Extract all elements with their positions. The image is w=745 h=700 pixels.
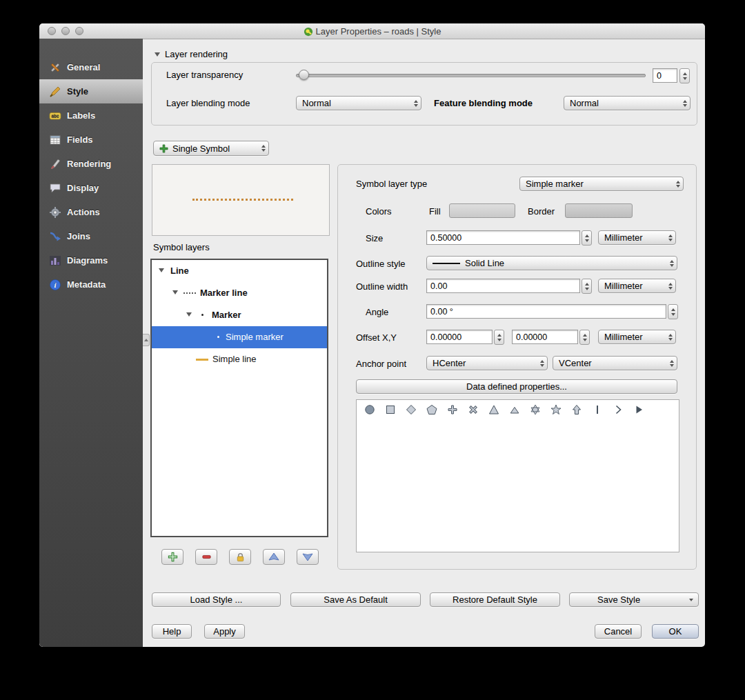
sidebar-label: Style: [67, 86, 88, 97]
size-stepper[interactable]: [582, 230, 592, 246]
outline-width-unit-dropdown[interactable]: Millimeter: [598, 279, 676, 293]
tree-row-selected[interactable]: Simple marker: [152, 326, 327, 348]
shape-triangle[interactable]: [488, 403, 499, 415]
layer-blending-dropdown[interactable]: Normal: [296, 96, 421, 110]
tree-item-simple-marker[interactable]: Simple marker: [226, 332, 284, 342]
offset-x-input[interactable]: 0.00000: [426, 330, 493, 344]
lock-color-button[interactable]: [229, 549, 251, 565]
qgis-icon: [304, 27, 313, 37]
fill-color-swatch[interactable]: [449, 203, 515, 218]
restore-default-label: Restore Default Style: [453, 594, 537, 605]
shape-pentagon[interactable]: [426, 403, 437, 415]
tree-disclosure-icon[interactable]: [172, 290, 178, 294]
stepper-down-icon: [583, 339, 587, 341]
offset-y-input[interactable]: 0.00000: [512, 330, 578, 344]
marker-line-preview: [192, 199, 293, 201]
transparency-value-input[interactable]: 0: [653, 68, 677, 83]
symbol-type-dropdown[interactable]: Single Symbol: [153, 141, 269, 156]
sidebar-item-style[interactable]: Style: [39, 79, 143, 103]
transparency-slider[interactable]: [296, 70, 646, 80]
shape-diamond[interactable]: [405, 403, 417, 415]
tree-item-line[interactable]: Line: [170, 266, 189, 276]
size-value: 0.50000: [430, 233, 461, 243]
sidebar-item-display[interactable]: Display: [39, 176, 143, 200]
add-symbol-layer-button[interactable]: [161, 549, 183, 565]
slider-thumb[interactable]: [299, 70, 309, 80]
dropdown-arrows-icon: [668, 283, 673, 290]
sidebar-item-fields[interactable]: Fields: [39, 128, 143, 152]
shape-star[interactable]: [529, 403, 541, 415]
shape-chevron-right[interactable]: [612, 403, 624, 415]
offset-y-stepper[interactable]: [579, 330, 590, 345]
tree-row[interactable]: Marker: [152, 304, 327, 326]
transparency-stepper[interactable]: [679, 68, 690, 83]
symbol-layer-type-dropdown[interactable]: Simple marker: [519, 177, 684, 191]
outline-width-stepper[interactable]: [582, 279, 592, 294]
anchor-h-dropdown[interactable]: HCenter: [426, 356, 548, 370]
tree-disclosure-icon[interactable]: [159, 268, 164, 272]
symbol-layers-tree: Line Marker line Marker Simple marker Si…: [150, 259, 328, 537]
sidebar-item-labels[interactable]: abc Labels: [39, 103, 143, 128]
sidebar-item-actions[interactable]: Actions: [39, 200, 143, 224]
size-input[interactable]: 0.50000: [426, 230, 580, 245]
feature-blending-label: Feature blending mode: [434, 98, 533, 108]
move-up-button[interactable]: [263, 549, 285, 565]
feature-blending-dropdown[interactable]: Normal: [564, 96, 691, 110]
offset-unit-dropdown[interactable]: Millimeter: [598, 330, 676, 344]
stepper-down-icon: [585, 239, 589, 242]
data-defined-properties-button[interactable]: Data defined properties...: [356, 379, 677, 394]
style-icon: [49, 86, 61, 98]
border-color-swatch[interactable]: [565, 203, 633, 218]
size-label: Size: [366, 233, 383, 243]
shape-circle[interactable]: [364, 403, 375, 415]
angle-stepper[interactable]: [668, 304, 678, 319]
sidebar-item-joins[interactable]: Joins: [39, 224, 143, 248]
sidebar-item-rendering[interactable]: Rendering: [39, 152, 143, 176]
tree-row[interactable]: Marker line: [152, 282, 327, 304]
shape-equilateral-triangle[interactable]: [508, 403, 520, 415]
shape-vertical-line[interactable]: [591, 403, 603, 415]
tree-row[interactable]: Simple line: [152, 348, 327, 370]
svg-text:abc: abc: [51, 113, 59, 118]
offset-x-stepper[interactable]: [494, 330, 504, 345]
ok-label: OK: [669, 626, 682, 637]
panel-collapse-handle[interactable]: [143, 334, 150, 346]
tree-item-marker-line[interactable]: Marker line: [200, 288, 248, 298]
anchor-v-dropdown[interactable]: VCenter: [553, 356, 677, 370]
solid-line-swatch-icon: [433, 263, 460, 264]
tree-disclosure-icon[interactable]: [186, 312, 192, 317]
tree-row[interactable]: Line: [152, 260, 327, 282]
shape-square[interactable]: [384, 403, 396, 415]
save-as-default-button[interactable]: Save As Default: [290, 592, 421, 607]
restore-default-style-button[interactable]: Restore Default Style: [430, 592, 560, 607]
layer-blending-value: Normal: [302, 98, 331, 108]
shape-cross[interactable]: [446, 403, 458, 415]
remove-symbol-layer-button[interactable]: [195, 549, 217, 565]
outline-width-input[interactable]: 0.00: [426, 279, 580, 293]
help-button[interactable]: Help: [152, 624, 192, 639]
sidebar-item-metadata[interactable]: i Metadata: [39, 272, 143, 297]
sidebar-item-diagrams[interactable]: Diagrams: [39, 248, 143, 272]
offset-label: Offset X,Y: [356, 332, 397, 343]
shape-cross-x[interactable]: [467, 403, 479, 415]
shape-arrow-up[interactable]: [570, 403, 582, 415]
outline-style-dropdown[interactable]: Solid Line: [426, 256, 677, 270]
move-down-button[interactable]: [297, 549, 319, 565]
stepper-down-icon: [585, 288, 589, 290]
apply-button[interactable]: Apply: [204, 624, 245, 639]
load-style-button[interactable]: Load Style ...: [152, 592, 281, 607]
size-unit-dropdown[interactable]: Millimeter: [598, 230, 676, 245]
stepper-down-icon: [671, 313, 675, 316]
layer-rendering-header[interactable]: Layer rendering: [155, 49, 228, 59]
angle-label: Angle: [366, 307, 388, 317]
shape-filled-arrowhead[interactable]: [633, 403, 644, 415]
dropdown-arrows-icon: [540, 360, 544, 367]
save-style-button[interactable]: Save Style: [569, 592, 699, 607]
sidebar-item-general[interactable]: General: [39, 55, 143, 79]
cancel-button[interactable]: Cancel: [595, 624, 642, 639]
tree-item-marker[interactable]: Marker: [212, 310, 241, 320]
shape-regular-star[interactable]: [550, 403, 562, 415]
ok-button[interactable]: OK: [652, 624, 699, 639]
angle-input[interactable]: 0.00 °: [426, 304, 666, 319]
tree-item-simple-line[interactable]: Simple line: [212, 354, 257, 364]
